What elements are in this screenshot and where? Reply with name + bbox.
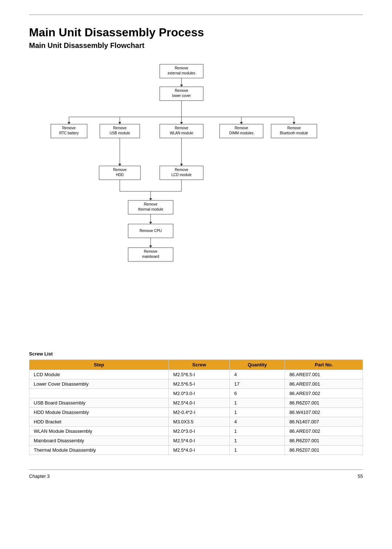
screw-table: Step Screw Quantity Part No. LCD ModuleM…	[29, 359, 363, 455]
cell-step: HDD Module Disassembly	[29, 408, 169, 417]
cell-partno: 86.N1407.007	[285, 417, 363, 427]
svg-text:Bluetooth module: Bluetooth module	[280, 131, 308, 135]
cell-quantity: 17	[230, 379, 285, 389]
svg-text:Remove: Remove	[175, 89, 188, 93]
col-quantity: Quantity	[230, 360, 285, 370]
svg-text:USB module: USB module	[110, 131, 130, 135]
svg-marker-31	[293, 122, 295, 124]
svg-text:lower cover: lower cover	[172, 94, 191, 98]
footer-chapter: Chapter 3	[29, 473, 50, 479]
cell-partno: 86.ARE07.001	[285, 370, 363, 379]
svg-text:Remove: Remove	[62, 126, 76, 130]
svg-text:Remove: Remove	[175, 168, 188, 172]
screw-list-section: Screw List Step Screw Quantity Part No. …	[29, 351, 363, 455]
table-row: Mainboard DisassemblyM2.5*4.0-I186.R6Z07…	[29, 436, 363, 446]
cell-screw: M2-0.4*2-I	[169, 408, 230, 417]
svg-text:Remove: Remove	[144, 202, 158, 206]
footer-page: 55	[358, 473, 363, 479]
svg-marker-41	[180, 164, 183, 166]
svg-marker-49	[149, 198, 152, 200]
table-row: LCD ModuleM2.5*6.5-I486.ARE07.001	[29, 370, 363, 379]
svg-text:Remove: Remove	[234, 126, 248, 130]
cell-quantity: 6	[230, 389, 285, 398]
top-divider	[29, 15, 363, 15]
table-row: WLAN Module DisassemblyM2.0*3.0-I186.ARE…	[29, 427, 363, 436]
cell-screw: M3.0X3.5	[169, 417, 230, 427]
svg-text:Remove CPU: Remove CPU	[139, 229, 162, 233]
table-row: Thermal Module DisassemblyM2.5*4.0-I186.…	[29, 446, 363, 455]
svg-text:external modules: external modules	[168, 71, 195, 75]
cell-step	[29, 389, 169, 398]
page-title: Main Unit Disassembly Process	[29, 26, 363, 39]
svg-text:Remove: Remove	[175, 126, 188, 130]
cell-step: Lower Cover Disassembly	[29, 379, 169, 389]
table-row: USB Board DisassemblyM2.5*4.0-I186.R6Z07…	[29, 398, 363, 408]
col-step: Step	[29, 360, 169, 370]
cell-screw: M2.0*3.0-I	[169, 389, 230, 398]
cell-partno: 86.R6Z07.001	[285, 398, 363, 408]
cell-quantity: 1	[230, 427, 285, 436]
footer: Chapter 3 55	[29, 473, 363, 479]
svg-text:RTC battery: RTC battery	[59, 131, 79, 135]
cell-partno: 86.ARE07.002	[285, 427, 363, 436]
svg-marker-58	[149, 245, 152, 248]
cell-quantity: 1	[230, 446, 285, 455]
svg-text:Remove: Remove	[287, 126, 301, 130]
svg-text:Remove: Remove	[144, 249, 158, 253]
cell-partno: 86.W4107.002	[285, 408, 363, 417]
svg-text:Remove: Remove	[175, 66, 188, 70]
cell-step: USB Board Disassembly	[29, 398, 169, 408]
cell-quantity: 1	[230, 408, 285, 417]
cell-screw: M2.5*6.5-I	[169, 379, 230, 389]
svg-text:HDD: HDD	[116, 173, 124, 177]
svg-marker-4	[180, 85, 183, 87]
table-row: Lower Cover DisassemblyM2.5*6.5-I1786.AR…	[29, 379, 363, 389]
svg-marker-54	[149, 222, 152, 224]
cell-step: Thermal Module Disassembly	[29, 446, 169, 455]
cell-quantity: 1	[230, 398, 285, 408]
cell-quantity: 4	[230, 370, 285, 379]
svg-marker-26	[240, 122, 243, 124]
table-row: HDD BracketM3.0X3.5486.N1407.007	[29, 417, 363, 427]
cell-step: HDD Bracket	[29, 417, 169, 427]
flowchart-container: Remove external modules Remove lower cov…	[29, 61, 363, 337]
cell-partno: 86.R6Z07.001	[285, 446, 363, 455]
cell-screw: M2.5*4.0-I	[169, 398, 230, 408]
col-partno: Part No.	[285, 360, 363, 370]
cell-quantity: 1	[230, 436, 285, 446]
svg-text:Remove: Remove	[113, 168, 127, 172]
svg-marker-36	[118, 164, 121, 166]
table-row: M2.0*3.0-I686.ARE07.002	[29, 389, 363, 398]
svg-text:DIMM modules: DIMM modules	[229, 131, 253, 135]
screw-list-title: Screw List	[29, 351, 363, 357]
cell-screw: M2.5*6.5-I	[169, 370, 230, 379]
cell-step: LCD Module	[29, 370, 169, 379]
col-screw: Screw	[169, 360, 230, 370]
svg-marker-11	[68, 122, 70, 124]
svg-marker-16	[118, 122, 121, 124]
cell-screw: M2.5*4.0-I	[169, 436, 230, 446]
cell-partno: 86.ARE07.001	[285, 379, 363, 389]
flowchart-svg: Remove external modules Remove lower cov…	[40, 61, 352, 337]
svg-text:thermal module: thermal module	[138, 207, 163, 211]
cell-step: WLAN Module Disassembly	[29, 427, 169, 436]
table-row: HDD Module DisassemblyM2-0.4*2-I186.W410…	[29, 408, 363, 417]
svg-text:mainboard: mainboard	[142, 255, 159, 259]
svg-marker-21	[180, 122, 183, 124]
page-subtitle: Main Unit Disassembly Flowchart	[29, 41, 363, 50]
bottom-divider	[29, 469, 363, 470]
svg-text:WLAN module: WLAN module	[170, 131, 193, 135]
cell-screw: M2.5*4.0-I	[169, 446, 230, 455]
cell-quantity: 4	[230, 417, 285, 427]
cell-screw: M2.0*3.0-I	[169, 427, 230, 436]
cell-step: Mainboard Disassembly	[29, 436, 169, 446]
svg-text:LCD module: LCD module	[171, 173, 192, 177]
cell-partno: 86.R6Z07.001	[285, 436, 363, 446]
svg-text:Remove: Remove	[113, 126, 127, 130]
cell-partno: 86.ARE07.002	[285, 389, 363, 398]
